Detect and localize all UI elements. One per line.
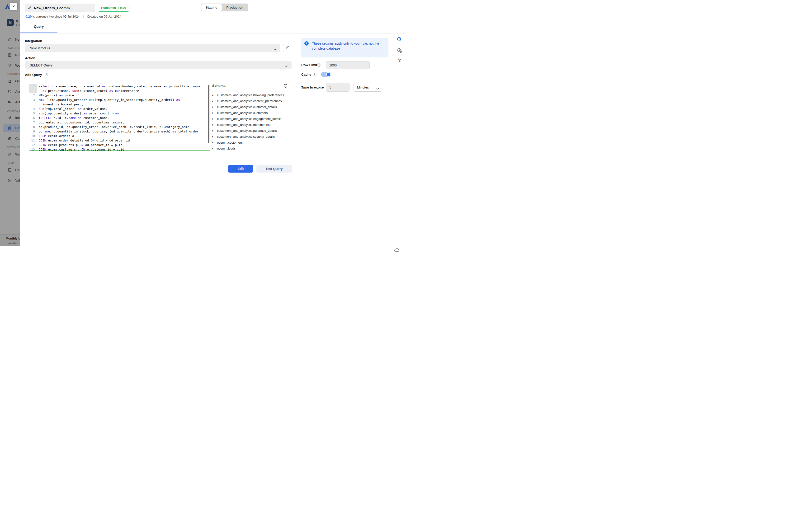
cloud-sync-icon[interactable] xyxy=(394,248,400,252)
schema-item[interactable]: ▸ecomm.leads xyxy=(212,145,292,152)
line-number: 2 xyxy=(29,93,37,97)
schema-item-label: customers_and_analytics.membership xyxy=(217,123,270,127)
line-number: 13 xyxy=(29,147,37,151)
history-settings-icon[interactable] xyxy=(397,48,402,53)
action-label: Action xyxy=(25,56,35,60)
toggle-knob xyxy=(326,72,331,77)
code-line[interactable]: 13JOIN ecomm.customers c ON o.customer_i… xyxy=(29,147,210,151)
tab-query[interactable]: Query xyxy=(20,25,57,29)
code-line[interactable]: 12JOIN ecomm.products p ON od.product_id… xyxy=(29,143,210,147)
edit-integration-button[interactable] xyxy=(283,44,291,52)
code-line[interactable]: 6(SELECT o.id, c.name as customer_name, xyxy=(29,116,210,120)
caret-right-icon[interactable]: ▸ xyxy=(212,129,215,132)
bottom-status-bar xyxy=(0,246,406,254)
line-number: 8 xyxy=(29,125,37,129)
cache-info-icon[interactable]: i xyxy=(313,73,316,76)
close-modal-button[interactable]: × xyxy=(10,3,17,10)
code-line[interactable]: 5sum(tmp.quantity_order) as order_count … xyxy=(29,111,210,116)
line-number: 7 xyxy=(29,120,37,125)
schema-item-label: ecomm.leads xyxy=(217,147,236,150)
time-to-expire-input[interactable] xyxy=(326,83,349,92)
caret-right-icon[interactable]: ▸ xyxy=(212,105,215,109)
refresh-schema-icon[interactable] xyxy=(283,84,288,88)
chevron-down-icon xyxy=(274,47,276,51)
code-text: select customer_name, customer_id as cus… xyxy=(37,84,204,93)
schema-item[interactable]: ▸customers_and_analytics.customer_detail… xyxy=(212,104,292,110)
code-text: FROM ecomm.orders o xyxy=(37,134,204,138)
line-number: 11 xyxy=(29,138,37,143)
caret-right-icon[interactable]: ▸ xyxy=(212,93,215,97)
editor-scrollbar[interactable] xyxy=(208,85,209,143)
schema-item[interactable]: ▸customers_and_analytics.purchase_detail… xyxy=(212,128,292,134)
code-line[interactable]: 1select customer_name, customer_id as cu… xyxy=(29,84,210,93)
schema-list: ▸customers_and_analytics.browsing_prefer… xyxy=(212,92,292,152)
caret-right-icon[interactable]: ▸ xyxy=(212,147,215,150)
code-text: od.product_id, od.quantity_order, od.pri… xyxy=(37,125,204,129)
code-text: o.created_at, o.customer_id, c.customer_… xyxy=(37,120,204,125)
rule-title-field[interactable]: New_Orders_Ecomm... xyxy=(25,4,95,12)
code-line[interactable]: 8od.product_id, od.quantity_order, od.pr… xyxy=(29,125,210,129)
caret-right-icon[interactable]: ▸ xyxy=(212,117,215,120)
tab-production[interactable]: Production xyxy=(222,4,248,11)
line-number: 5 xyxy=(29,111,37,116)
code-line[interactable]: 9p.name, p.quantity_in_stock, p.price, (… xyxy=(29,129,210,134)
caret-right-icon[interactable]: ▸ xyxy=(212,99,215,102)
integration-value: NewDemoDB xyxy=(30,46,50,50)
schema-item-label: customers_and_analytics.content_preferen… xyxy=(217,99,282,103)
help-icon[interactable]: ? xyxy=(398,58,401,63)
code-text: JOIN ecomm.order_details od ON o.id = od… xyxy=(37,138,204,143)
sql-code-editor[interactable]: 1select customer_name, customer_id as cu… xyxy=(29,83,210,151)
test-query-button[interactable]: Test Query xyxy=(256,165,292,173)
line-number: 1 xyxy=(29,84,37,93)
settings-info-banner: i These settings apply only to your rule… xyxy=(301,38,388,57)
code-line[interactable]: 3MIN ((tmp.quantity_order)*100/(tmp.quan… xyxy=(29,97,210,107)
edit-button[interactable]: Edit xyxy=(228,165,253,173)
code-line[interactable]: 7o.created_at, o.customer_id, c.customer… xyxy=(29,120,210,125)
code-text: JOIN ecomm.products p ON od.product_id =… xyxy=(37,143,204,147)
line-number: 9 xyxy=(29,129,37,134)
caret-right-icon[interactable]: ▸ xyxy=(212,123,215,126)
schema-item-label: customers_and_analytics.security_details xyxy=(217,135,275,138)
published-label: Published xyxy=(101,6,116,9)
action-select[interactable]: SELECT Query xyxy=(25,61,292,69)
created-on-text: Created on 06 Jan 2024 xyxy=(87,15,121,18)
schema-item[interactable]: ▸ecomm.customers xyxy=(212,139,292,145)
code-line[interactable]: 11JOIN ecomm.order_details od ON o.id = … xyxy=(29,138,210,143)
schema-item[interactable]: ▸customers_and_analytics.content_prefere… xyxy=(212,98,292,104)
pencil-icon xyxy=(285,46,289,50)
settings-gear-icon[interactable]: ⚙ xyxy=(396,36,402,42)
code-text: sum(tmp.total_order) as order_volume, xyxy=(37,107,204,111)
caret-right-icon[interactable]: ▸ xyxy=(212,135,215,138)
schema-item-label: customers_and_analytics.customer_details xyxy=(217,105,277,109)
schema-item-label: customers_and_analytics.browsing_prefere… xyxy=(217,93,284,97)
code-text: (SELECT o.id, c.name as customer_name, xyxy=(37,116,204,120)
cache-toggle[interactable] xyxy=(321,72,331,77)
row-limit-info-icon[interactable]: i xyxy=(317,63,321,67)
code-text: p.name, p.quantity_in_stock, p.price, (o… xyxy=(37,129,204,134)
schema-item[interactable]: ▸customers_and_analytics.security_detail… xyxy=(212,134,292,139)
code-line[interactable]: 10FROM ecomm.orders o xyxy=(29,134,210,138)
integration-select[interactable]: NewDemoDB xyxy=(25,44,281,52)
code-line[interactable]: 4sum(tmp.total_order) as order_volume, xyxy=(29,107,210,111)
add-query-info-icon[interactable]: i xyxy=(45,73,48,76)
version-link[interactable]: 0.20 xyxy=(26,15,32,18)
schema-item-label: customers_and_analytics.customers xyxy=(217,111,267,115)
caret-right-icon[interactable]: ▸ xyxy=(212,141,215,144)
modal-backdrop[interactable] xyxy=(0,0,20,246)
code-line[interactable]: 2MIN(price) as price, xyxy=(29,93,210,97)
time-unit-select[interactable]: Minutes xyxy=(353,83,382,92)
chevron-down-icon xyxy=(376,87,379,90)
tab-staging[interactable]: Staging xyxy=(201,4,222,11)
caret-right-icon[interactable]: ▸ xyxy=(212,111,215,115)
add-query-label: Add Query xyxy=(25,73,42,77)
time-unit-value: Minutes xyxy=(357,85,369,89)
schema-item[interactable]: ▸customers_and_analytics.membership xyxy=(212,122,292,128)
rule-title: New_Orders_Ecomm... xyxy=(34,6,73,10)
schema-item[interactable]: ▸customers_and_analytics.engagement_deta… xyxy=(212,116,292,122)
schema-item[interactable]: ▸customers_and_analytics.browsing_prefer… xyxy=(212,92,292,98)
schema-item[interactable]: ▸customers_and_analytics.customers xyxy=(212,110,292,116)
line-number: 4 xyxy=(29,107,37,111)
environment-toggle: Staging Production xyxy=(201,4,248,11)
code-lines: 1select customer_name, customer_id as cu… xyxy=(29,83,210,151)
row-limit-input[interactable] xyxy=(326,61,370,69)
